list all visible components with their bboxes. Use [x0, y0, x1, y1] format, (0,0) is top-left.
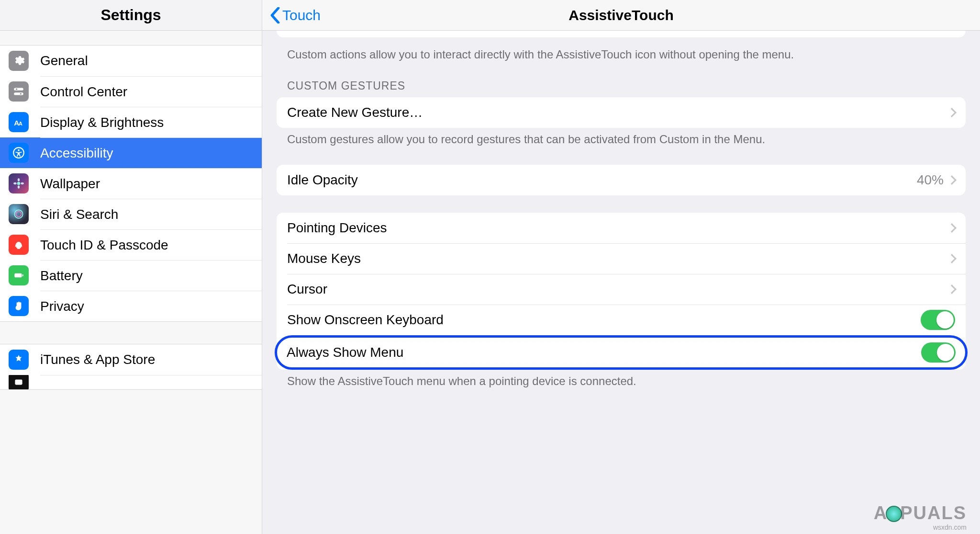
pointing-card: Pointing Devices Mouse Keys Cursor Show …	[277, 213, 966, 370]
sidebar-title: Settings	[100, 6, 161, 24]
sidebar-group-store: iTunes & App Store	[0, 344, 262, 390]
svg-point-2	[16, 88, 18, 90]
sidebar-item-label: Touch ID & Passcode	[40, 238, 262, 253]
back-button[interactable]: Touch	[262, 7, 321, 23]
row-label: Idle Opacity	[287, 172, 917, 188]
sidebar-item-general[interactable]: General	[0, 45, 262, 76]
svg-point-10	[18, 185, 20, 189]
detail-header: Touch AssistiveTouch	[262, 0, 980, 31]
fingerprint-icon	[9, 235, 29, 255]
idle-opacity-card: Idle Opacity 40%	[277, 165, 966, 195]
sidebar-item-label: Wallpaper	[40, 176, 262, 192]
row-value: 40%	[917, 172, 944, 188]
chevron-right-icon	[947, 284, 957, 294]
chevron-right-icon	[947, 223, 957, 233]
siri-icon	[9, 204, 29, 224]
sidebar-item-label: Battery	[40, 268, 262, 284]
sidebar-item-label: Accessibility	[40, 146, 262, 161]
svg-point-11	[13, 182, 17, 184]
watermark: APUALS wsxdn.com	[874, 503, 967, 531]
sidebar-item-wallet-partial[interactable]	[0, 375, 262, 389]
flower-icon	[9, 173, 29, 193]
row-create-new-gesture[interactable]: Create New Gesture…	[277, 97, 966, 128]
sidebar-header: Settings	[0, 0, 262, 31]
watermark-logo: APUALS	[874, 503, 967, 523]
svg-rect-15	[14, 273, 22, 278]
text-size-icon: AA	[9, 112, 29, 132]
row-mouse-keys[interactable]: Mouse Keys	[277, 243, 966, 274]
chevron-right-icon	[947, 254, 957, 263]
detail-pane: Touch AssistiveTouch Custom actions allo…	[262, 0, 980, 534]
gear-icon	[9, 51, 29, 71]
custom-gestures-footer: Custom gestures allow you to record gest…	[277, 128, 966, 147]
row-pointing-devices[interactable]: Pointing Devices	[277, 213, 966, 243]
sidebar: Settings General Control Center AA Displ…	[0, 0, 262, 534]
row-show-onscreen-keyboard[interactable]: Show Onscreen Keyboard	[277, 305, 966, 335]
sidebar-item-itunes-appstore[interactable]: iTunes & App Store	[0, 344, 262, 375]
sidebar-item-battery[interactable]: Battery	[0, 260, 262, 291]
detail-body: Custom actions allow you to interact dir…	[262, 31, 980, 534]
settings-app: Settings General Control Center AA Displ…	[0, 0, 980, 534]
wallet-icon	[9, 375, 29, 389]
partial-card-bottom	[277, 31, 966, 37]
row-label: Mouse Keys	[287, 251, 948, 266]
custom-gestures-card: Create New Gesture…	[277, 97, 966, 128]
svg-point-14	[16, 212, 22, 217]
sidebar-item-label: iTunes & App Store	[40, 352, 262, 367]
sidebar-item-label: Privacy	[40, 299, 262, 314]
svg-point-8	[17, 182, 21, 185]
svg-point-7	[18, 149, 20, 151]
switch-always-show-menu[interactable]	[921, 342, 956, 363]
svg-point-3	[20, 93, 22, 95]
sidebar-group-main: General Control Center AA Display & Brig…	[0, 45, 262, 322]
sidebar-item-touchid-passcode[interactable]: Touch ID & Passcode	[0, 229, 262, 260]
row-label: Cursor	[287, 282, 948, 297]
switch-show-onscreen-keyboard[interactable]	[921, 310, 955, 330]
back-label: Touch	[282, 7, 321, 23]
svg-rect-17	[15, 380, 22, 385]
sidebar-item-wallpaper[interactable]: Wallpaper	[0, 168, 262, 199]
svg-point-12	[21, 182, 24, 184]
custom-gestures-header: CUSTOM GESTURES	[277, 62, 966, 97]
sidebar-item-display-brightness[interactable]: AA Display & Brightness	[0, 107, 262, 137]
accessibility-icon	[9, 143, 29, 163]
chevron-right-icon	[947, 175, 957, 185]
sidebar-item-label: Siri & Search	[40, 207, 262, 222]
custom-actions-footer: Custom actions allow you to interact dir…	[277, 43, 966, 62]
sidebar-item-label: General	[40, 53, 262, 68]
chevron-right-icon	[947, 108, 957, 117]
chevron-left-icon	[270, 7, 280, 23]
sidebar-item-label: Display & Brightness	[40, 115, 262, 130]
row-idle-opacity[interactable]: Idle Opacity 40%	[277, 165, 966, 195]
sidebar-item-accessibility[interactable]: Accessibility	[0, 137, 262, 168]
row-always-show-menu[interactable]: Always Show Menu	[275, 335, 968, 370]
row-label: Show Onscreen Keyboard	[287, 312, 921, 328]
always-show-menu-footer: Show the AssistiveTouch menu when a poin…	[277, 370, 966, 389]
switches-icon	[9, 81, 29, 102]
hand-icon	[9, 296, 29, 316]
svg-rect-16	[22, 274, 23, 276]
battery-icon	[9, 265, 29, 285]
row-label: Always Show Menu	[287, 345, 921, 360]
appstore-icon	[9, 350, 29, 370]
row-label: Pointing Devices	[287, 220, 948, 236]
watermark-site: wsxdn.com	[933, 523, 967, 531]
sidebar-item-siri-search[interactable]: Siri & Search	[0, 199, 262, 229]
detail-title: AssistiveTouch	[262, 7, 980, 23]
svg-point-9	[18, 178, 20, 182]
sidebar-item-control-center[interactable]: Control Center	[0, 76, 262, 107]
row-cursor[interactable]: Cursor	[277, 274, 966, 305]
sidebar-item-label: Control Center	[40, 84, 262, 100]
svg-text:A: A	[19, 121, 22, 126]
sidebar-item-privacy[interactable]: Privacy	[0, 291, 262, 321]
row-label: Create New Gesture…	[287, 105, 948, 120]
